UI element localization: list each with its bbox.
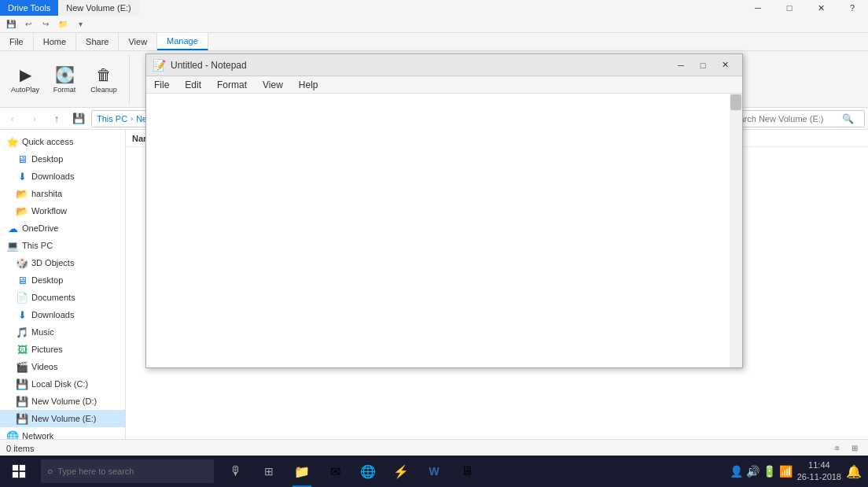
notepad-icon: 📝 xyxy=(153,59,166,72)
qa-properties-btn[interactable]: ▾ xyxy=(72,17,88,31)
documents-icon: 📄 xyxy=(16,291,28,304)
notepad-menu-format[interactable]: Format xyxy=(209,76,255,94)
titlebar-area: Drive Tools New Volume (E:) ─ □ ✕ ? xyxy=(0,0,868,16)
svg-rect-2 xyxy=(13,472,18,478)
ribbon-group-btns-1: ▶ AutoPlay 💽 Format 🗑 Cleanup xyxy=(6,54,123,105)
star-icon: ⭐ xyxy=(6,135,19,148)
svg-rect-0 xyxy=(13,465,18,470)
path-thispc[interactable]: This PC xyxy=(97,114,127,124)
maximize-btn[interactable]: □ xyxy=(774,0,805,16)
taskbar-icons: 🎙 ⊞ 📁 ✉ 🌐 ⚡ W 🖥 xyxy=(220,456,483,487)
status-bar: 0 items ≡ ⊞ xyxy=(0,439,868,456)
folder-yellow-icon-2: 📂 xyxy=(16,205,28,217)
pictures-icon: 🖼 xyxy=(16,343,28,356)
sidebar-3dobjects[interactable]: 🎲 3D Objects xyxy=(0,254,125,271)
notepad-textarea[interactable] xyxy=(146,94,730,367)
tray-battery-icon[interactable]: 🔋 xyxy=(763,465,776,478)
notepad-minimize-btn[interactable]: ─ xyxy=(670,57,692,73)
notepad-scroll-thumb[interactable] xyxy=(730,94,741,110)
ribbon-tab-manage[interactable]: Manage xyxy=(157,33,208,50)
taskbar-ie-btn[interactable]: ⚡ xyxy=(385,456,417,487)
minimize-btn[interactable]: ─ xyxy=(742,0,774,16)
ribbon-group-1: ▶ AutoPlay 💽 Format 🗑 Cleanup xyxy=(6,54,130,105)
tray-network-icon[interactable]: 👤 xyxy=(730,465,743,478)
taskbar-taskview-btn[interactable]: ⊞ xyxy=(253,456,285,487)
sidebar: ⭐ Quick access 🖥 Desktop ⬇ Downloads 📂 h… xyxy=(0,130,126,439)
videos-icon: 🎬 xyxy=(16,360,28,373)
qa-save-btn[interactable]: 💾 xyxy=(3,17,19,31)
svg-rect-3 xyxy=(20,472,25,478)
start-button[interactable] xyxy=(0,456,38,487)
view-tiles-btn[interactable]: ⊞ xyxy=(848,441,862,456)
drive-tools-label: Drive Tools xyxy=(8,3,50,13)
notepad-close-btn[interactable]: ✕ xyxy=(714,57,736,73)
taskbar-store-btn[interactable]: 🖥 xyxy=(451,456,483,487)
sidebar-localc[interactable]: 💾 Local Disk (C:) xyxy=(0,375,125,393)
taskbar-cortana-btn[interactable]: 🎙 xyxy=(220,456,252,487)
sidebar-item-downloads-quick[interactable]: ⬇ Downloads xyxy=(0,168,125,185)
notepad-menu-edit[interactable]: Edit xyxy=(177,76,209,94)
svg-rect-1 xyxy=(20,465,25,470)
drive-icon-btn[interactable]: 💾 xyxy=(69,109,88,128)
sidebar-music[interactable]: 🎵 Music xyxy=(0,323,125,341)
search-icon[interactable]: 🔍 xyxy=(842,113,854,124)
ribbon-tabs: File Home Share View Manage xyxy=(0,33,868,50)
sidebar-thispc[interactable]: 💻 This PC xyxy=(0,237,125,254)
tray-sound-icon[interactable]: 🔊 xyxy=(746,465,760,478)
forward-btn[interactable]: › xyxy=(25,109,44,128)
item-count: 0 items xyxy=(6,444,34,453)
sidebar-volumee[interactable]: 💾 New Volume (E:) xyxy=(0,410,125,427)
sidebar-item-desktop-quick[interactable]: 🖥 Desktop xyxy=(0,150,125,168)
taskbar-explorer-btn[interactable]: 📁 xyxy=(286,456,318,487)
close-btn[interactable]: ✕ xyxy=(805,0,837,16)
notepad-menu-view[interactable]: View xyxy=(255,76,291,94)
notepad-maximize-btn[interactable]: □ xyxy=(692,57,714,73)
qa-new-folder-btn[interactable]: 📁 xyxy=(55,17,71,31)
sidebar-item-harshita[interactable]: 📂 harshita xyxy=(0,185,125,202)
volume-tab[interactable]: New Volume (E:) xyxy=(58,0,139,16)
taskbar-clock[interactable]: 11:44 26-11-2018 xyxy=(797,459,841,484)
taskbar-edge-btn[interactable]: 🌐 xyxy=(352,456,384,487)
view-details-btn[interactable]: ≡ xyxy=(830,441,844,456)
back-btn[interactable]: ‹ xyxy=(3,109,22,128)
sidebar-documents[interactable]: 📄 Documents xyxy=(0,289,125,306)
help-btn[interactable]: ? xyxy=(837,0,868,16)
qa-undo-btn[interactable]: ↩ xyxy=(20,17,36,31)
sidebar-pictures[interactable]: 🖼 Pictures xyxy=(0,341,125,358)
sidebar-network[interactable]: 🌐 Network xyxy=(0,427,125,439)
tray-wifi-icon[interactable]: 📶 xyxy=(779,465,793,478)
ribbon-cleanup-btn[interactable]: 🗑 Cleanup xyxy=(85,61,123,98)
drive-tools-tab[interactable]: Drive Tools xyxy=(0,0,58,16)
sidebar-onedrive[interactable]: ☁ OneDrive xyxy=(0,220,125,237)
music-icon: 🎵 xyxy=(16,326,28,338)
ribbon-tab-view[interactable]: View xyxy=(119,33,157,50)
sidebar-item-workflow[interactable]: 📂 Workflow xyxy=(0,202,125,220)
pc-icon: 💻 xyxy=(6,239,19,252)
network-icon: 🌐 xyxy=(6,430,19,439)
search-input[interactable] xyxy=(729,114,839,124)
ribbon-format-btn[interactable]: 💽 Format xyxy=(46,61,83,98)
onedrive-icon: ☁ xyxy=(6,222,19,234)
view-controls: ≡ ⊞ xyxy=(830,441,862,456)
taskbar-word-btn[interactable]: W xyxy=(418,456,450,487)
sidebar-volumed[interactable]: 💾 New Volume (D:) xyxy=(0,393,125,410)
notepad-menu-file[interactable]: File xyxy=(146,76,177,94)
qa-redo-btn[interactable]: ↪ xyxy=(38,17,53,31)
ribbon-tab-file[interactable]: File xyxy=(0,33,34,50)
up-btn[interactable]: ↑ xyxy=(47,109,66,128)
taskbar-mail-btn[interactable]: ✉ xyxy=(319,456,351,487)
sidebar-downloads[interactable]: ⬇ Downloads xyxy=(0,306,125,323)
ribbon-autoplay-btn[interactable]: ▶ AutoPlay xyxy=(6,61,44,98)
notepad-scrollbar[interactable] xyxy=(730,94,742,367)
sidebar-desktop[interactable]: 🖥 Desktop xyxy=(0,271,125,289)
folder-yellow-icon-1: 📂 xyxy=(16,187,28,200)
download-icon: ⬇ xyxy=(16,170,28,183)
sidebar-quick-access[interactable]: ⭐ Quick access xyxy=(0,133,125,150)
sidebar-videos[interactable]: 🎬 Videos xyxy=(0,358,125,375)
notepad-menu-help[interactable]: Help xyxy=(291,76,326,94)
taskbar-search-input[interactable] xyxy=(57,467,183,476)
ribbon-tab-home[interactable]: Home xyxy=(34,33,76,50)
volumee-icon: 💾 xyxy=(16,412,28,425)
ribbon-tab-share[interactable]: Share xyxy=(76,33,119,50)
notifications-icon[interactable]: 🔔 xyxy=(846,464,862,479)
